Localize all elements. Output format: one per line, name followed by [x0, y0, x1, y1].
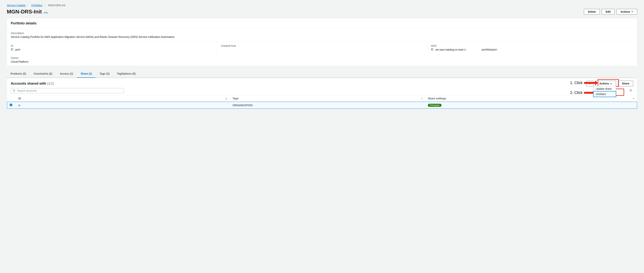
col-menu-icon[interactable]: ▽ [633, 98, 634, 100]
menu-unshare[interactable]: Unshare [593, 91, 616, 97]
svg-point-3 [630, 90, 631, 91]
breadcrumb-current: MGN-DRS-Init [48, 4, 65, 7]
svg-point-2 [13, 90, 15, 91]
tab-tagoptions[interactable]: TagOptions (0) [113, 70, 139, 78]
share-button[interactable]: Share [618, 81, 633, 86]
breadcrumb-portfolios[interactable]: Portfolios [32, 4, 42, 7]
edit-button[interactable]: Edit [602, 9, 614, 15]
caret-up-icon [610, 83, 612, 84]
panel-title: Portfolio details [11, 21, 633, 25]
accounts-count: (1/1) [47, 82, 54, 85]
menu-update-share[interactable]: Update share [594, 86, 616, 91]
tab-products[interactable]: Products (2) [7, 70, 30, 78]
caret-down-icon [631, 11, 633, 12]
row-type: ORGANIZATION [230, 102, 425, 109]
row-radio[interactable] [10, 104, 12, 106]
refresh-icon [588, 82, 592, 85]
accounts-title: Accounts shared with (1/1) [11, 82, 54, 85]
tabs: Products (2) Constraints (2) Access (1) … [7, 70, 637, 78]
breadcrumb: Service Catalog 〉 Portfolios 〉 MGN-DRS-I… [7, 4, 637, 7]
arn-label: ARN [431, 44, 633, 47]
search-input[interactable] [17, 89, 122, 92]
owner-value: Cloud-Platform [11, 60, 633, 63]
owner-label: Owner [11, 56, 633, 60]
accounts-table: ID ▲ Type ▽ Share settings ▽ [7, 95, 637, 109]
info-link[interactable]: Info [44, 11, 48, 14]
delete-button[interactable]: Delete [584, 9, 600, 15]
chevron-right-icon: 〉 [28, 4, 30, 7]
gear-icon [629, 89, 632, 92]
header-actions-button[interactable]: Actions [616, 9, 637, 15]
table-row[interactable]: o- ORGANIZATION Principals [7, 102, 637, 109]
accounts-actions-button[interactable]: Actions [596, 81, 616, 86]
tab-share[interactable]: Share (1) [77, 70, 96, 78]
tab-tags[interactable]: Tags (2) [96, 70, 113, 78]
svg-rect-0 [12, 49, 13, 51]
search-box [11, 88, 124, 93]
settings-button[interactable] [628, 88, 633, 93]
refresh-button[interactable] [586, 81, 594, 86]
col-settings[interactable]: Share settings [428, 97, 446, 100]
chevron-right-icon: 〉 [44, 4, 46, 7]
page-title: MGN-DRS-Init [7, 9, 42, 15]
tab-access[interactable]: Access (1) [56, 70, 77, 78]
copy-icon[interactable] [11, 48, 14, 51]
description-label: Description [11, 32, 633, 35]
id-label: ID [11, 44, 213, 47]
principals-badge: Principals [428, 104, 442, 107]
created-label: Created time [221, 44, 423, 47]
col-type[interactable]: Type [232, 97, 238, 100]
id-value: port- [15, 48, 21, 51]
search-icon [13, 89, 16, 92]
accounts-panel: Accounts shared with (1/1) Actions Updat… [7, 78, 637, 109]
row-id: o- [16, 102, 230, 109]
sort-asc-icon: ▲ [226, 98, 227, 100]
col-id[interactable]: ID [18, 97, 21, 100]
tab-constraints[interactable]: Constraints (2) [30, 70, 56, 78]
col-menu-icon[interactable]: ▽ [421, 98, 422, 100]
actions-dropdown: Update share Unshare [593, 86, 616, 97]
svg-rect-1 [432, 49, 433, 51]
actions-label: Actions [620, 10, 630, 13]
arn-value: arn:aws:catalog:us-east-1: :portfolio/po… [436, 48, 498, 51]
copy-icon[interactable] [431, 48, 434, 51]
description-value: Service Catalog Portfolio for AWS Applic… [11, 35, 633, 39]
portfolio-details-panel: Portfolio details Description Service Ca… [7, 18, 637, 66]
breadcrumb-root[interactable]: Service Catalog [7, 4, 26, 7]
page-header: MGN-DRS-Init Info Delete Edit Actions [7, 9, 637, 15]
